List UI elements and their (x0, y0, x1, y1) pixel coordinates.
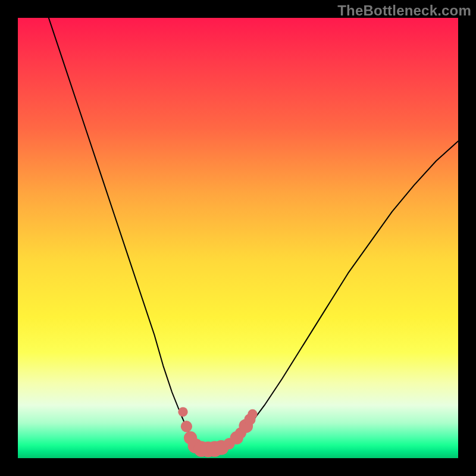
highlight-dot (178, 407, 187, 416)
highlight-dot (248, 409, 257, 419)
highlight-dot (181, 421, 192, 432)
chart-frame: TheBottleneck.com (0, 0, 476, 476)
bottleneck-curve (49, 18, 458, 449)
chart-svg (18, 18, 458, 458)
watermark-text: TheBottleneck.com (337, 2, 471, 19)
chart-plot-area (18, 18, 458, 458)
